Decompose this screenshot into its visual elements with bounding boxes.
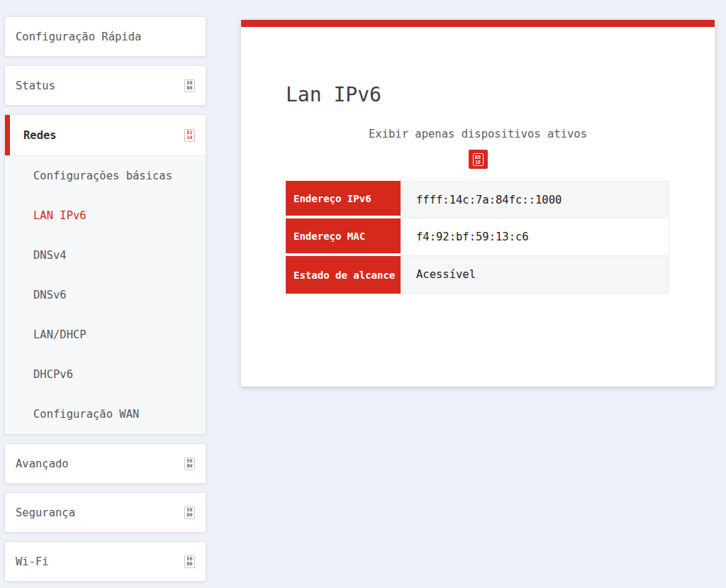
avancado-glyph-icon: E0B0: [184, 457, 195, 470]
table-row: Endereço MAC f4:92:bf:59:13:c6: [286, 218, 669, 256]
seguranca-glyph-icon: E0B0: [184, 506, 195, 519]
sidebar-item-label: Avançado: [16, 457, 69, 470]
row-value-ipv6-address: ffff:14c:7a:84fc::1000: [401, 181, 669, 218]
active-devices-checkbox[interactable]: E013: [469, 150, 488, 169]
sidebar-item-configuracoes-basicas[interactable]: Configurações básicas: [5, 156, 206, 196]
sidebar-item-avancado[interactable]: Avançado E0B0: [4, 443, 206, 484]
redes-submenu: Configurações básicas LAN IPv6 DNSv4 DNS…: [5, 155, 206, 434]
sidebar-item-configuracao-rapida[interactable]: Configuração Rápida: [4, 16, 206, 57]
sidebar-item-status[interactable]: Status E0B0: [4, 65, 206, 106]
row-value-reach-state: Acessível: [401, 256, 669, 294]
page-title: Lan IPv6: [286, 81, 715, 109]
sidebar-item-label: Wi-Fi: [16, 555, 49, 568]
sidebar-item-dnsv4[interactable]: DNSv4: [5, 235, 206, 275]
wifi-glyph-icon: E0B0: [184, 555, 195, 568]
filter-label: Exibir apenas dispositivos ativos: [241, 128, 715, 140]
sidebar-item-dnsv6[interactable]: DNSv6: [5, 275, 206, 315]
device-info-table: Endereço IPv6 ffff:14c:7a:84fc::1000 End…: [286, 181, 669, 294]
sidebar-item-label: Segurança: [16, 506, 75, 519]
sidebar-item-wifi[interactable]: Wi-Fi E0B0: [4, 541, 206, 582]
sidebar-group-redes: Redes E114 Configurações básicas LAN IPv…: [4, 114, 206, 435]
row-label-reach-state: Estado de alcance: [286, 256, 401, 294]
table-row: Endereço IPv6 ffff:14c:7a:84fc::1000: [286, 181, 669, 218]
sidebar-item-label: Configuração Rápida: [16, 30, 141, 43]
sidebar-item-redes[interactable]: Redes E114: [5, 115, 206, 155]
row-label-mac-address: Endereço MAC: [286, 218, 401, 256]
redes-glyph-icon: E114: [184, 129, 195, 142]
sidebar-item-label: Status: [16, 79, 55, 92]
sidebar-item-dhcpv6[interactable]: DHCPv6: [5, 355, 206, 394]
row-value-mac-address: f4:92:bf:59:13:c6: [401, 218, 669, 256]
sidebar-item-lan-ipv6[interactable]: LAN IPv6: [5, 196, 206, 235]
sidebar-item-lan-dhcp[interactable]: LAN/DHCP: [5, 315, 206, 355]
sidebar: Configuração Rápida Status E0B0 Redes E1…: [4, 16, 206, 588]
content-top-accent-bar: [241, 20, 715, 27]
sidebar-item-configuracao-wan[interactable]: Configuração WAN: [5, 394, 206, 434]
sidebar-item-seguranca[interactable]: Segurança E0B0: [4, 492, 206, 533]
row-label-ipv6-address: Endereço IPv6: [286, 181, 401, 218]
status-glyph-icon: E0B0: [184, 79, 195, 92]
sidebar-item-label: Redes: [16, 129, 57, 142]
active-accent-bar: [5, 115, 10, 155]
checkbox-glyph-icon: E013: [473, 153, 484, 166]
content-panel: Lan IPv6 Exibir apenas dispositivos ativ…: [241, 20, 715, 387]
table-row: Estado de alcance Acessível: [286, 256, 669, 294]
